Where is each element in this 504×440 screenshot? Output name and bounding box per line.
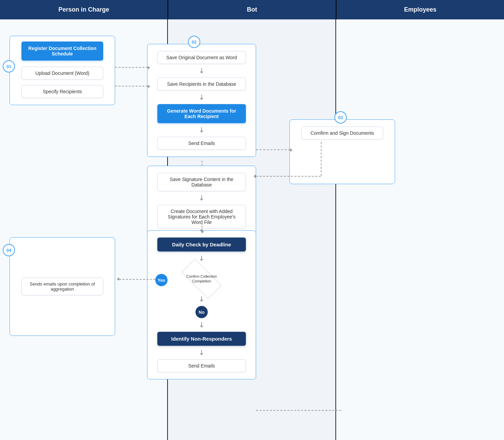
daily-check-box[interactable]: Daily Check by Deadline bbox=[157, 238, 246, 251]
identify-box[interactable]: Identify Non-Responders bbox=[157, 332, 246, 346]
col-header-emp: Employees bbox=[336, 0, 504, 19]
save-recipients-box: Save Recipients in the Database bbox=[157, 78, 246, 91]
connector-sendemails-confirm bbox=[256, 149, 290, 150]
group-bot-bottom: Daily Check by Deadline Confirm Collecti… bbox=[147, 230, 256, 379]
confirm-sign-box: Comfirm and Sign Documents bbox=[301, 127, 383, 140]
save-original-box: Save Original Document as Word bbox=[157, 51, 246, 64]
yes-circle: Yes bbox=[155, 274, 168, 286]
col-header-pic: Person in Charge bbox=[0, 0, 168, 19]
connector-specify-saverecipients bbox=[115, 86, 148, 86]
connector-upload-saveoriginal bbox=[115, 67, 148, 68]
upload-box: Upload Document (Word) bbox=[21, 67, 103, 80]
specify-box: Specify Recipients bbox=[21, 85, 103, 98]
register-btn[interactable]: Register Document Collection Schedule bbox=[21, 42, 103, 61]
connector-yes-sends bbox=[119, 279, 155, 280]
connector-emp-h bbox=[256, 176, 321, 177]
group-pic-bottom: Sends emails upon completion of aggregat… bbox=[10, 237, 115, 336]
step-02-circle: 02 bbox=[188, 36, 200, 48]
connector-sendemails2-emp bbox=[256, 410, 341, 411]
group-emp: Comfirm and Sign Documents bbox=[289, 119, 395, 184]
generate-word-box[interactable]: Generate Word Documents for Each Recipie… bbox=[157, 104, 246, 123]
connector-emp-v bbox=[321, 142, 321, 176]
col-header-bot: Bot bbox=[168, 0, 336, 19]
sends-emails-box: Sends emails upon completion of aggregat… bbox=[21, 278, 103, 295]
group-pic-top: Register Document Collection Schedule Up… bbox=[10, 36, 115, 105]
step-01-circle: 01 bbox=[3, 60, 15, 72]
connector-groupmid-daily bbox=[202, 217, 202, 231]
confirm-collection-diamond: Confirm Collection Completion bbox=[185, 274, 219, 284]
step-03-circle: 03 bbox=[334, 111, 347, 124]
arrow-tip-down-1 bbox=[200, 230, 203, 232]
arrow-tip-left-2 bbox=[117, 277, 119, 281]
group-bot-top: Save Original Document as Word Save Reci… bbox=[147, 44, 256, 157]
save-signature-box: Save Signature Content in the Database bbox=[157, 173, 246, 191]
no-circle: No bbox=[195, 306, 208, 318]
connector-group2-groupmid bbox=[202, 161, 202, 166]
send-emails-1-box: Send Emails bbox=[157, 137, 246, 150]
arrow-tip-left-1 bbox=[254, 174, 256, 178]
send-emails-2-box: Send Emails bbox=[157, 359, 246, 372]
step-04-circle: 04 bbox=[3, 244, 15, 256]
